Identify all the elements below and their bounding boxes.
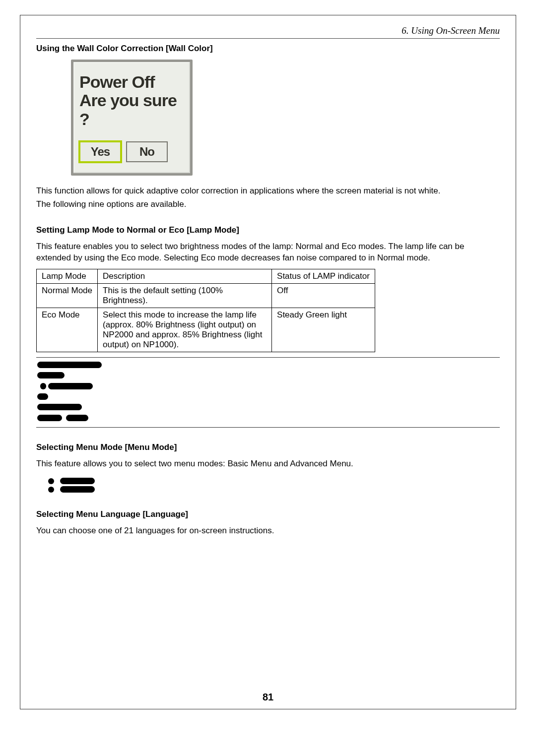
- cell-desc-normal: This is the default setting (100% Bright…: [98, 283, 272, 308]
- cell-status-eco: Steady Green light: [272, 308, 375, 352]
- redacted-line: [60, 478, 95, 484]
- language-para: You can choose one of 21 languages for o…: [36, 525, 500, 537]
- redacted-note-block: [36, 361, 500, 424]
- menu-mode-title: Selecting Menu Mode [Menu Mode]: [36, 442, 500, 452]
- redacted-line: [60, 486, 95, 493]
- bullet-row: [48, 485, 500, 494]
- table-header-row: Lamp Mode Description Status of LAMP ind…: [37, 269, 375, 283]
- bullet-icon: [48, 487, 54, 493]
- menu-mode-para: This feature allows you to select two me…: [36, 458, 500, 470]
- chapter-text: 6. Using On-Screen Menu: [402, 25, 500, 36]
- dialog-line2: Are you sure ?: [79, 91, 177, 128]
- bullet-row: [48, 477, 500, 485]
- cell-mode-normal: Normal Mode: [37, 283, 98, 308]
- chapter-header: 6. Using On-Screen Menu: [36, 25, 500, 39]
- power-off-dialog: Power Off Are you sure ? Yes No: [71, 60, 193, 176]
- no-button[interactable]: No: [126, 141, 168, 162]
- wall-color-para1: This function allows for quick adaptive …: [36, 186, 500, 197]
- cell-status-normal: Off: [272, 283, 375, 308]
- redacted-line: [40, 383, 46, 389]
- redacted-line: [37, 415, 62, 421]
- dialog-line1: Power Off: [79, 72, 155, 91]
- page-container: 6. Using On-Screen Menu Using the Wall C…: [20, 15, 516, 709]
- lamp-mode-title: Setting Lamp Mode to Normal or Eco [Lamp…: [36, 225, 500, 235]
- lamp-mode-table: Lamp Mode Description Status of LAMP ind…: [36, 269, 375, 352]
- col-lamp-mode: Lamp Mode: [37, 269, 98, 283]
- dialog-title: Power Off Are you sure ?: [73, 62, 190, 131]
- col-status: Status of LAMP indicator: [272, 269, 375, 283]
- redacted-bullets: [36, 477, 500, 494]
- wall-color-title: Using the Wall Color Correction [Wall Co…: [36, 44, 500, 54]
- cell-desc-eco: Select this mode to increase the lamp li…: [98, 308, 272, 352]
- divider: [36, 427, 500, 428]
- redacted-line: [48, 383, 93, 389]
- redacted-line: [37, 372, 65, 378]
- redacted-line: [37, 362, 102, 368]
- lamp-mode-para: This feature enables you to select two b…: [36, 241, 500, 264]
- page-number: 81: [20, 692, 516, 703]
- language-title: Selecting Menu Language [Language]: [36, 509, 500, 519]
- yes-button[interactable]: Yes: [79, 141, 121, 162]
- cell-mode-eco: Eco Mode: [37, 308, 98, 352]
- dialog-button-row: Yes No: [73, 131, 190, 173]
- table-row: Eco Mode Select this mode to increase th…: [37, 308, 375, 352]
- table-row: Normal Mode This is the default setting …: [37, 283, 375, 308]
- redacted-line: [37, 404, 82, 410]
- bullet-icon: [48, 478, 54, 484]
- redacted-line: [37, 393, 48, 400]
- wall-color-para2: The following nine options are available…: [36, 199, 500, 210]
- redacted-line: [66, 415, 88, 421]
- col-description: Description: [98, 269, 272, 283]
- divider: [36, 357, 500, 358]
